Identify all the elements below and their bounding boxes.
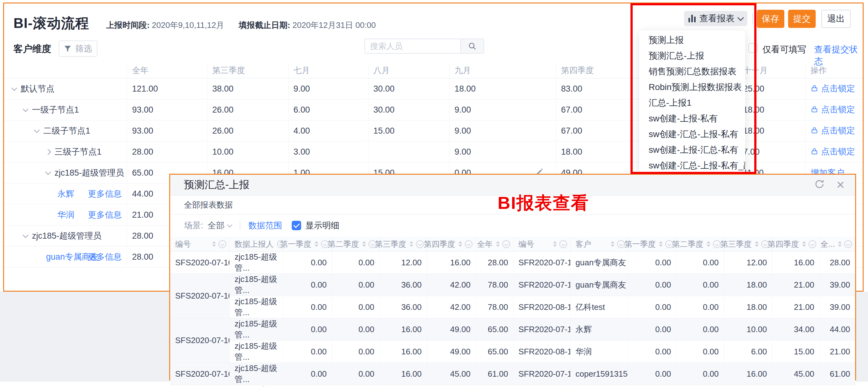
report-dropdown-item[interactable]: sw创建-汇总-上报-私有 [639, 126, 745, 142]
report-sn-link[interactable]: SFS2020-07-16_0... [170, 274, 229, 318]
search-bar [365, 38, 484, 54]
search-input[interactable] [365, 38, 460, 54]
modal-col-header-全年: 全年 [476, 237, 513, 251]
report-sn-link[interactable]: SFS2020-07-16_0... [170, 318, 229, 363]
sort-icon[interactable] [409, 241, 413, 247]
sort-icon[interactable] [838, 241, 842, 247]
customer-link[interactable]: 预设0919-02 [570, 385, 628, 387]
customer-link[interactable]: coper15913158916 [570, 363, 628, 385]
filter-icon[interactable] [369, 240, 376, 248]
expand-open-icon[interactable] [11, 85, 17, 91]
sort-icon[interactable] [755, 241, 758, 247]
filter-icon[interactable] [465, 240, 472, 248]
lock-action-link[interactable]: 点击锁定 [811, 146, 855, 157]
sort-icon[interactable] [212, 241, 216, 247]
refresh-icon[interactable] [814, 178, 825, 191]
report-dropdown-item[interactable]: 销售预测汇总数据报表 [639, 64, 745, 79]
reporter-cell: zjc185-超级管... [229, 318, 283, 340]
close-icon[interactable]: × [836, 177, 844, 193]
sort-icon[interactable] [496, 241, 500, 247]
sort-icon[interactable] [315, 241, 318, 247]
report-sn2-link[interactable]: SFR2020-08-13_... [513, 340, 570, 363]
tree-node-link[interactable]: 永辉 [57, 189, 74, 199]
lock-action-link[interactable]: 点击锁定 [811, 125, 855, 136]
modal-col-header-数据上报人: 数据上报人 [229, 237, 283, 251]
submit-button[interactable]: 提交 [788, 10, 816, 28]
expand-open-icon[interactable] [23, 232, 28, 238]
sort-icon[interactable] [659, 241, 663, 247]
expand-open-icon[interactable] [23, 106, 28, 112]
filter-icon[interactable] [761, 240, 769, 248]
view-report-button[interactable]: 查看报表 [684, 11, 747, 26]
report-sn2-link[interactable]: SFR2020-07-16_... [513, 318, 570, 340]
lock-action-link[interactable]: 点击锁定 [811, 104, 855, 115]
report-sn-link[interactable]: SFS2020-07-16_0... [170, 363, 229, 385]
report-sn-link[interactable]: SFS2020-07-16_0... [170, 251, 229, 274]
filter-icon[interactable] [416, 240, 424, 248]
sort-icon[interactable] [553, 241, 557, 247]
more-info-link[interactable]: 更多信息 [88, 209, 122, 220]
value-cell: 0.00 [283, 340, 332, 363]
tab-all-report-data[interactable]: 全部报表数据 [184, 196, 233, 214]
exit-button[interactable]: 退出 [821, 10, 851, 28]
search-button[interactable] [460, 38, 484, 54]
save-button[interactable]: 保存 [757, 10, 784, 28]
modal-header: 预测汇总-上报 × [170, 175, 855, 196]
filter-icon[interactable] [502, 240, 510, 248]
filter-icon[interactable] [844, 240, 852, 248]
sort-icon[interactable] [611, 241, 615, 247]
value-cell: 61.00 [476, 363, 513, 385]
customer-link[interactable]: guan专属商友 [570, 274, 628, 296]
filter-icon[interactable] [277, 240, 285, 248]
filter-icon[interactable] [218, 240, 226, 248]
sort-icon[interactable] [459, 241, 462, 247]
report-sn-link[interactable]: SFS2020-07-16_0... [170, 385, 229, 387]
filter-icon[interactable] [808, 240, 816, 248]
more-info-link[interactable]: 更多信息 [88, 251, 122, 263]
report-dropdown-item[interactable]: sw创建-上报-汇总-私有 [639, 142, 745, 158]
filter-icon[interactable] [559, 240, 567, 248]
report-dropdown-item[interactable]: 预测上报 [639, 32, 745, 48]
customer-link[interactable]: 华润 [570, 340, 628, 363]
filter-icon[interactable] [617, 240, 625, 248]
report-sn2-link[interactable]: SFR2020-07-16_... [513, 274, 570, 296]
value-cell: 0.00 [332, 274, 379, 296]
show-detail-checkbox[interactable] [292, 221, 301, 230]
report-dropdown-item[interactable]: Robin预测上报数据报表 [639, 79, 745, 95]
filter-icon[interactable] [665, 240, 673, 248]
report-sn2-link[interactable]: SFR2020-08-13_... [513, 296, 570, 318]
report-dropdown-item[interactable]: 预测汇总-上报 [639, 48, 745, 64]
report-sn2-link[interactable]: SFR2020-07-16_... [513, 385, 570, 387]
modal-table-row: SFS2020-07-16_0...zjc185-超级管...0.000.003… [170, 274, 855, 296]
header-icons [315, 240, 329, 248]
value-cell: 44.00 [819, 318, 855, 340]
filter-button[interactable]: 筛选 [59, 40, 97, 57]
customer-link[interactable]: 永辉 [570, 318, 628, 340]
expand-open-icon[interactable] [45, 169, 51, 175]
only-writable-checkbox[interactable] [748, 43, 758, 53]
expand-closed-icon[interactable] [45, 149, 51, 155]
value-cell: 83.00 [556, 79, 641, 99]
lock-action-link[interactable]: 点击锁定 [811, 83, 855, 94]
operation-cell: 点击锁定 [805, 120, 863, 142]
sort-icon[interactable] [707, 241, 710, 247]
report-sn2-link[interactable]: SFR2020-07-16_... [513, 363, 570, 385]
report-dropdown-item[interactable]: 汇总-上报1 [639, 95, 745, 111]
customer-link[interactable]: guan专属商友 [570, 251, 628, 274]
scene-select[interactable]: 全部 [208, 220, 225, 231]
expand-open-icon[interactable] [34, 127, 39, 133]
bar-chart-icon [688, 15, 696, 22]
data-range-link[interactable]: 数据范围 [248, 220, 282, 231]
sort-icon[interactable] [802, 241, 806, 247]
header-content: 第三季度 [385, 239, 424, 249]
sort-icon[interactable] [362, 241, 366, 247]
filter-icon[interactable] [713, 240, 721, 248]
report-sn2-link[interactable]: SFR2020-07-16_... [513, 251, 570, 274]
value-cell: 0.00 [628, 296, 676, 318]
report-dropdown-item[interactable]: sw创建-上报-私有 [639, 111, 745, 126]
more-info-link[interactable]: 更多信息 [88, 188, 122, 200]
tree-node-link[interactable]: 华润 [57, 210, 74, 219]
report-dropdown-item[interactable]: sw创建-汇总-上报-私有_副本 [639, 158, 745, 173]
customer-link[interactable]: 亿科test [570, 296, 628, 318]
filter-icon[interactable] [321, 240, 329, 248]
